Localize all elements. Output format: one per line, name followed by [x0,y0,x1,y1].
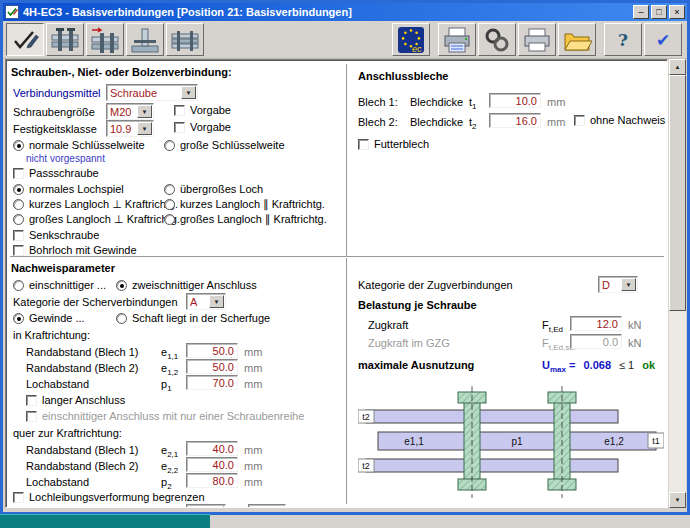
chevron-down-icon: ▼ [621,278,636,291]
radio-dot [164,214,175,225]
help-button[interactable]: ? [604,23,642,56]
p2-input[interactable]: 80.0 [186,473,238,488]
print-button[interactable] [518,23,556,56]
t2-input[interactable]: 16.0 [489,113,541,128]
kategorie-zug-select[interactable]: D ▼ [598,276,638,293]
checkbox-box [26,395,37,406]
ohne-nachweis-checkbox[interactable]: ohne Nachweis [574,114,665,127]
titlebar: 4H-EC3 - Basisverbindungen [Position 21:… [3,3,687,21]
p1-input[interactable]: 70.0 [186,375,238,390]
e12-dim-label: e1,2 [604,436,624,447]
chain-links-button[interactable] [478,23,516,56]
t1-unit: mm [547,96,565,109]
confirm-button[interactable]: ✔ [644,23,682,56]
grosses-langloch-quer-radio[interactable]: großes Langloch ⊥ Kraftrichtg. [13,213,180,226]
e21-input[interactable]: 40.0 [186,441,238,456]
einschnittig-radio[interactable]: einschnittiger ... [13,279,106,292]
senkschraube-checkbox[interactable]: Senkschraube [13,229,99,242]
e12-symbol: e1,2 [161,362,178,377]
splice-joint-button[interactable] [166,23,204,56]
checkbox-box [174,122,185,133]
confirm-check-icon: ✔ [656,30,670,50]
connection-diagram: e1,1 p1 e1,2 t2 t2 t1 [358,386,664,506]
kategorie-scher-select[interactable]: A ▼ [186,293,226,310]
checkbox-box [13,245,24,256]
checkbox-box [13,168,24,179]
edit-check-button[interactable] [6,23,44,56]
umax-value: 0.068 [583,359,611,371]
e11-unit: mm [244,346,262,359]
zweischnittig-radio[interactable]: zweischnittiger Anschluss [116,279,257,292]
blechdicke2-label: Blechdicke [410,116,463,129]
scroll-down-button[interactable]: ▼ [669,492,686,508]
blechdicke1-label: Blechdicke [410,96,463,109]
e22-input[interactable]: 40.0 [186,457,238,472]
in-kraftrichtung-label: in Kraftrichtung: [13,329,90,342]
umax-symbol: Umax = [542,359,575,374]
schaft-scherfuge-radio[interactable]: Schaft liegt in der Scherfuge [116,312,270,325]
gewinde-radio[interactable]: Gewinde ... [13,312,85,325]
langer-anschluss-checkbox[interactable]: langer Anschluss [26,394,125,407]
e22-unit: mm [244,460,262,473]
p2-symbol: p2 [161,476,172,491]
t1-input[interactable]: 10.0 [489,93,541,108]
t-joint-icon [130,26,160,54]
zugkraft-gzg-label: Zugkraft im GZG [368,337,450,350]
futterblech-checkbox[interactable]: Futterblech [358,138,429,151]
grosses-langloch-parallel-radio[interactable]: großes Langloch ∥ Kraftrichtg. [164,213,327,226]
scrollbar-thumb[interactable] [669,75,686,311]
lap-joint-button[interactable] [46,23,84,56]
e11-dim-label: e1,1 [404,436,424,447]
ft-input[interactable]: 12.0 [570,316,622,331]
checkbox-box [574,115,585,126]
schraubengroesse-select[interactable]: M20 ▼ [106,103,154,120]
radio-dot [164,140,175,151]
shear-joint-button[interactable] [86,23,124,56]
kurzes-langloch-parallel-radio[interactable]: kurzes Langloch ∥ Kraftrichtg. [164,198,325,211]
scroll-up-button[interactable]: ▲ [669,59,686,75]
toolbar: ec [3,21,687,59]
normales-lochspiel-radio[interactable]: normales Lochspiel [13,183,124,196]
normale-schluesselweite-radio[interactable]: normale Schlüsselweite [13,139,145,152]
screen: 4H-EC3 - Basisverbindungen [Position 21:… [0,0,690,528]
help-icon: ? [618,30,628,50]
verbindungsmittel-select[interactable]: Schraube ▼ [106,84,198,101]
schraubengroesse-label: Schraubengröße [13,106,95,119]
radio-dot [116,313,127,324]
main-panel: Schrauben-, Niet- oder Bolzenverbindung:… [5,59,668,508]
vorgabe-groesse-checkbox[interactable]: Vorgabe [174,104,231,117]
t1-callout: t1 [652,436,660,446]
uebergrosses-loch-radio[interactable]: übergroßes Loch [164,183,263,196]
radio-dot [164,199,175,210]
print-list-button[interactable] [438,23,476,56]
kurzes-langloch-quer-radio[interactable]: kurzes Langloch ⊥ Kraftrichtg. [13,198,178,211]
t2-unit: mm [547,116,565,129]
e11-symbol: e1,1 [161,346,178,361]
lochleibung-checkbox[interactable]: Lochleibungsverformung begrenzen [13,491,205,504]
p1-symbol: p1 [161,378,172,393]
bohrloch-gewinde-checkbox[interactable]: Bohrloch mit Gewinde [13,244,137,257]
radio-dot [13,140,24,151]
connection-header: Schrauben-, Niet- oder Bolzenverbindung: [11,66,232,79]
e12-input[interactable]: 50.0 [186,359,238,374]
blech2-label: Blech 2: [358,116,398,129]
festigkeitsklasse-select[interactable]: 10.9 ▼ [106,120,154,137]
checkbox-box [174,105,185,116]
passschraube-checkbox[interactable]: Passschraube [13,167,99,180]
eurocode-button[interactable]: ec [392,23,430,56]
vorgabe-klasse-checkbox[interactable]: Vorgabe [174,121,231,134]
ausnutzung-result: Umax = 0.068 ≤ 1 ok [542,359,655,374]
t-joint-button[interactable] [126,23,164,56]
chevron-down-icon: ▼ [209,506,224,508]
plate-t2-bottom [366,459,618,472]
minimize-button[interactable]: – [633,5,649,19]
e11-input[interactable]: 50.0 [186,343,238,358]
radio-dot [13,280,24,291]
close-button[interactable]: × [669,5,685,19]
grosse-schluesselweite-radio[interactable]: große Schlüsselweite [164,139,285,152]
printer-icon [522,26,552,54]
export-folder-button[interactable] [558,23,596,56]
radio-dot [13,313,24,324]
vertical-scrollbar[interactable]: ▲ ▼ [669,59,686,508]
maximize-button[interactable]: □ [651,5,667,19]
